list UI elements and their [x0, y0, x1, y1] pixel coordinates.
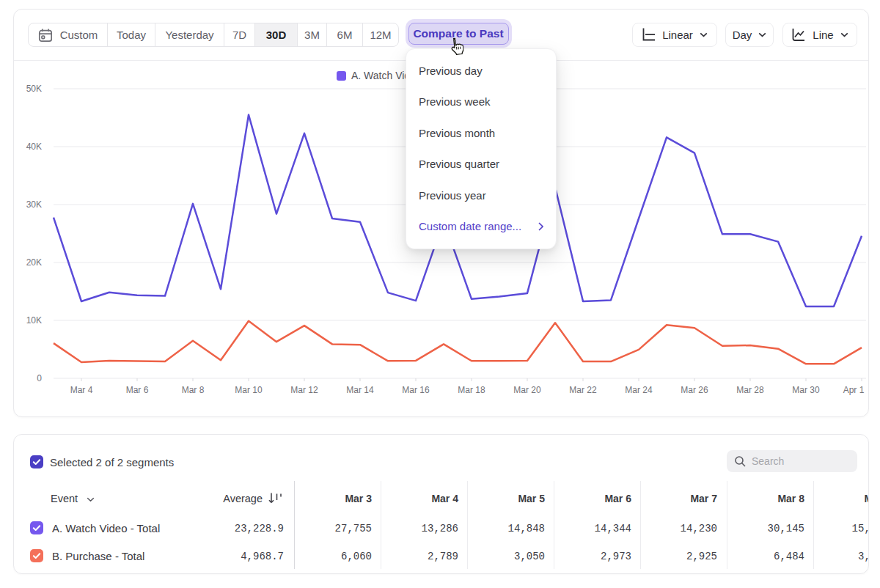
svg-text:Mar 8: Mar 8 [182, 385, 205, 395]
svg-text:Mar 4: Mar 4 [70, 385, 93, 395]
svg-text:Mar 22: Mar 22 [569, 385, 597, 395]
svg-text:30K: 30K [26, 199, 42, 210]
svg-text:Apr 1: Apr 1 [843, 385, 865, 395]
svg-text:0: 0 [37, 373, 42, 383]
svg-text:Mar 14: Mar 14 [346, 385, 374, 395]
svg-text:20K: 20K [26, 257, 42, 268]
svg-text:Mar 30: Mar 30 [792, 385, 820, 395]
svg-text:Mar 20: Mar 20 [513, 385, 541, 395]
svg-text:50K: 50K [26, 84, 42, 94]
svg-text:Mar 26: Mar 26 [681, 385, 708, 395]
svg-text:40K: 40K [26, 142, 42, 152]
svg-text:Mar 24: Mar 24 [625, 385, 653, 395]
svg-text:Mar 6: Mar 6 [126, 385, 149, 395]
svg-text:Mar 18: Mar 18 [458, 385, 485, 395]
svg-text:Mar 10: Mar 10 [235, 385, 263, 395]
svg-text:Mar 16: Mar 16 [402, 385, 430, 395]
svg-text:Mar 12: Mar 12 [290, 385, 318, 395]
svg-text:10K: 10K [26, 315, 42, 326]
svg-text:Mar 28: Mar 28 [736, 385, 764, 395]
